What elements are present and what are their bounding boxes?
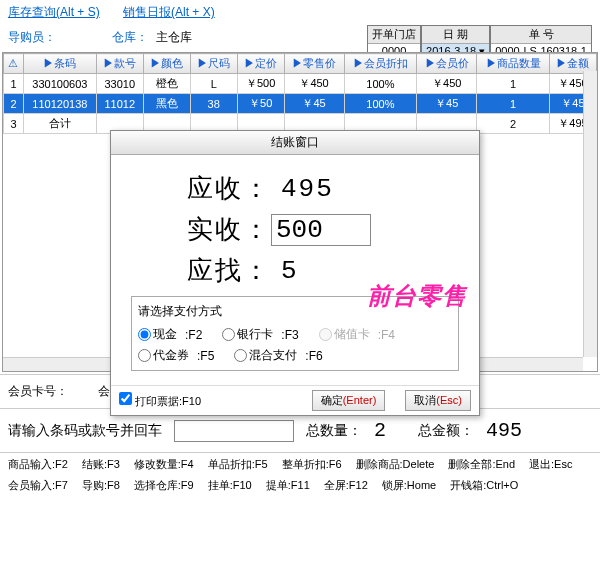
shortcut-hint: 锁屏:Home: [382, 478, 436, 493]
shortcut-hint: 会员输入:F7: [8, 478, 68, 493]
shortcut-hint: 退出:Esc: [529, 457, 572, 472]
checkout-dialog: 结账窗口 应收：495 实收： 应找：5 前台零售 请选择支付方式 现金 :F2…: [110, 130, 480, 416]
shortcut-hint: 单品折扣:F5: [208, 457, 268, 472]
total-amt-value: 495: [486, 419, 522, 442]
grid-header[interactable]: ▶颜色: [143, 54, 190, 74]
barcode-input[interactable]: [174, 420, 294, 442]
total-qty-label: 总数量：: [306, 422, 362, 440]
change-label: 应找：: [131, 253, 271, 288]
member-card-label: 会员卡号：: [8, 383, 68, 400]
date-header: 日 期: [422, 26, 489, 44]
shortcut-hint: 删除商品:Delete: [356, 457, 435, 472]
grid-header[interactable]: ▶零售价: [284, 54, 344, 74]
grid-header[interactable]: ▶会员折扣: [344, 54, 417, 74]
shortcut-hint: 全屏:F12: [324, 478, 368, 493]
watermark-text: 前台零售: [367, 280, 467, 312]
dialog-title: 结账窗口: [111, 131, 479, 155]
total-amt-label: 总金额：: [418, 422, 474, 440]
table-row[interactable]: 211012013811012黑色38￥50￥45100%￥451￥45: [4, 94, 597, 114]
guide-label: 导购员：: [8, 29, 56, 46]
grid-header[interactable]: ▶尺码: [190, 54, 237, 74]
shortcut-hint: 导购:F8: [82, 478, 120, 493]
print-checkbox[interactable]: 打印票据:F10: [119, 392, 201, 409]
cancel-button[interactable]: 取消(Esc): [405, 390, 471, 411]
grid-header[interactable]: ▶款号: [96, 54, 143, 74]
grid-header[interactable]: ▶商品数量: [477, 54, 550, 74]
grid-header[interactable]: ⚠: [4, 54, 24, 74]
payment-option[interactable]: 代金券 :F5: [138, 347, 214, 364]
shortcut-hint: 整单折扣:F6: [282, 457, 342, 472]
stock-query-link[interactable]: 库存查询(Alt + S): [8, 5, 100, 19]
shortcut-hint: 结账:F3: [82, 457, 120, 472]
total-qty-value: 2: [374, 419, 386, 442]
recv-input[interactable]: [271, 214, 371, 246]
recv-label: 实收：: [131, 212, 271, 247]
warehouse-value[interactable]: 主仓库: [156, 29, 192, 46]
change-value: 5: [281, 256, 299, 286]
daily-report-link[interactable]: 销售日报(Alt + X): [123, 5, 215, 19]
shortcut-hint: 修改数量:F4: [134, 457, 194, 472]
store-header: 开单门店: [368, 26, 420, 44]
shortcut-hint: 删除全部:End: [448, 457, 515, 472]
shortcut-hint: 提单:F11: [266, 478, 310, 493]
vertical-scrollbar[interactable]: [583, 71, 597, 357]
payment-option: 储值卡 :F4: [319, 326, 395, 343]
barcode-prompt: 请输入条码或款号并回车: [8, 422, 162, 440]
ok-button[interactable]: 确定(Enter): [312, 390, 386, 411]
shortcut-hint: 商品输入:F2: [8, 457, 68, 472]
grid-header[interactable]: ▶会员价: [417, 54, 477, 74]
due-label: 应收：: [131, 171, 271, 206]
shortcut-hint: 挂单:F10: [208, 478, 252, 493]
grid-header[interactable]: ▶定价: [237, 54, 284, 74]
shortcut-hint: 开钱箱:Ctrl+O: [450, 478, 518, 493]
bill-header: 单 号: [491, 26, 591, 44]
shortcut-hint: 选择仓库:F9: [134, 478, 194, 493]
payment-option[interactable]: 银行卡 :F3: [222, 326, 298, 343]
due-value: 495: [281, 174, 334, 204]
payment-option[interactable]: 现金 :F2: [138, 326, 202, 343]
table-row[interactable]: 133010060333010橙色L￥500￥450100%￥4501￥450: [4, 74, 597, 94]
warehouse-label: 仓库：: [112, 29, 148, 46]
payment-option[interactable]: 混合支付 :F6: [234, 347, 322, 364]
items-grid[interactable]: ⚠▶条码▶款号▶颜色▶尺码▶定价▶零售价▶会员折扣▶会员价▶商品数量▶金额 13…: [3, 53, 597, 134]
grid-header[interactable]: ▶条码: [23, 54, 96, 74]
